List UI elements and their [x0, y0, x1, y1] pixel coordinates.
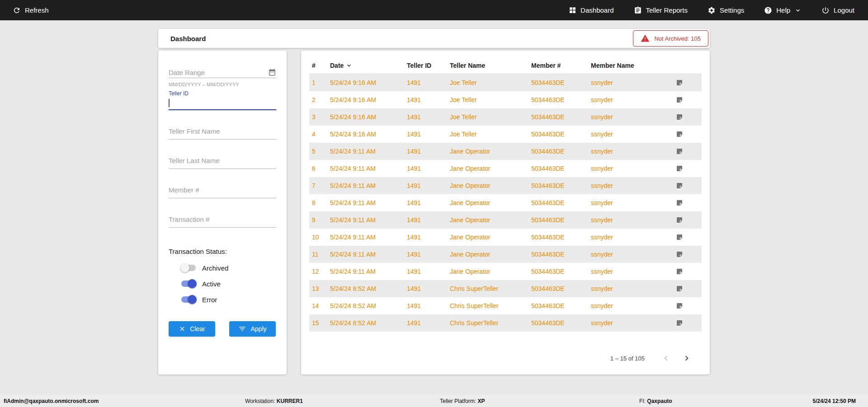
warning-icon — [641, 34, 650, 43]
table-row[interactable]: 115/24/24 9:11 AM1491Jane Operator503446… — [309, 246, 702, 263]
clear-button[interactable]: Clear — [169, 321, 215, 337]
footer-user: fiAdmin@qaxpauto.onmicrosoft.com — [4, 398, 99, 404]
note-button[interactable] — [675, 148, 702, 155]
note-icon — [676, 113, 683, 121]
next-page-button[interactable] — [679, 351, 694, 366]
table-row[interactable]: 55/24/24 9:11 AM1491Jane Operator5034463… — [309, 143, 702, 160]
main-content: Dashboard Not Archived: 105 Date Range M… — [158, 20, 710, 374]
switch-active[interactable] — [180, 279, 197, 288]
toggle-active[interactable]: Active — [180, 278, 276, 289]
note-button[interactable] — [675, 319, 702, 327]
teller-last-name-field[interactable]: Teller Last Name — [169, 155, 276, 169]
cell-row-number: 15 — [312, 319, 330, 327]
table-row[interactable]: 85/24/24 9:11 AM1491Jane Operator5034463… — [309, 194, 702, 211]
teller-id-label: Teller ID — [169, 90, 276, 97]
not-archived-badge[interactable]: Not Archived: 105 — [633, 30, 708, 47]
nav-help[interactable]: Help — [764, 6, 802, 14]
note-button[interactable] — [675, 285, 702, 292]
nav-logout[interactable]: Logout — [821, 6, 854, 14]
table-row[interactable]: 65/24/24 9:11 AM1491Jane Operator5034463… — [309, 160, 702, 177]
nav-help-label: Help — [776, 6, 790, 14]
col-teller-name[interactable]: Teller Name — [450, 62, 531, 69]
teller-first-name-field[interactable]: Teller First Name — [169, 126, 276, 140]
cell-date: 5/24/24 9:11 AM — [330, 234, 407, 241]
table-row[interactable]: 15/24/24 9:16 AM1491Joe Teller5034463DEs… — [309, 74, 702, 91]
top-nav: Refresh Dashboard Teller Reports Setting… — [0, 0, 868, 20]
teller-id-field[interactable]: Teller ID — [169, 90, 276, 110]
note-button[interactable] — [675, 182, 702, 189]
note-button[interactable] — [675, 165, 702, 172]
note-button[interactable] — [675, 79, 702, 86]
note-button[interactable] — [675, 268, 702, 275]
cell-teller-name: Jane Operator — [450, 234, 531, 241]
date-range-field[interactable]: Date Range MM/DD/YYYY – MM/DD/YYYY — [169, 67, 276, 87]
toggle-error[interactable]: Error — [180, 294, 276, 305]
cell-member-name: ssnyder — [591, 268, 675, 275]
cell-member-name: ssnyder — [591, 285, 675, 292]
table-row[interactable]: 45/24/24 9:16 AM1491Joe Teller5034463DEs… — [309, 126, 702, 143]
col-member-name[interactable]: Member Name — [591, 62, 675, 69]
col-member-number[interactable]: Member # — [531, 62, 591, 69]
nav-settings[interactable]: Settings — [708, 6, 744, 14]
cell-row-number: 2 — [312, 96, 330, 103]
page-title: Dashboard — [170, 35, 206, 42]
table-row[interactable]: 125/24/24 9:11 AM1491Jane Operator503446… — [309, 263, 702, 280]
cell-teller-id: 1491 — [407, 319, 450, 327]
cell-row-number: 13 — [312, 285, 330, 292]
apply-button[interactable]: Apply — [229, 321, 276, 337]
table-row[interactable]: 135/24/24 8:52 AM1491Chris SuperTeller50… — [309, 280, 702, 297]
note-button[interactable] — [675, 251, 702, 258]
table-row[interactable]: 95/24/24 9:11 AM1491Jane Operator5034463… — [309, 211, 702, 229]
footer-datetime: 5/24/24 12:50 PM — [813, 398, 856, 404]
table-row[interactable]: 35/24/24 9:16 AM1491Joe Teller5034463DEs… — [309, 108, 702, 126]
toggle-archived[interactable]: Archived — [180, 262, 276, 273]
teller-id-input[interactable] — [169, 97, 276, 109]
note-button[interactable] — [675, 199, 702, 206]
calendar-icon[interactable] — [268, 68, 276, 76]
cell-member-number: 5034463DE — [531, 131, 591, 138]
note-icon — [676, 319, 683, 327]
col-date[interactable]: Date — [330, 62, 407, 69]
transaction-number-underline — [169, 227, 276, 228]
cell-row-number: 4 — [312, 131, 330, 138]
footer-platform: Teller Platform: XP — [440, 398, 485, 404]
cell-member-name: ssnyder — [591, 96, 675, 103]
transaction-number-field[interactable]: Transaction # — [169, 214, 276, 228]
note-icon — [676, 216, 683, 224]
cell-member-name: ssnyder — [591, 131, 675, 138]
nav-dashboard[interactable]: Dashboard — [569, 6, 613, 14]
toggle-label-active: Active — [202, 280, 221, 288]
table-row[interactable]: 105/24/24 9:11 AM1491Jane Operator503446… — [309, 229, 702, 246]
member-number-field[interactable]: Member # — [169, 184, 276, 198]
switch-error[interactable] — [180, 295, 197, 304]
table-row[interactable]: 145/24/24 8:52 AM1491Chris SuperTeller50… — [309, 297, 702, 314]
note-button[interactable] — [675, 302, 702, 309]
cell-member-name: ssnyder — [591, 216, 675, 224]
status-bar: fiAdmin@qaxpauto.onmicrosoft.com Worksta… — [0, 395, 868, 407]
table-row[interactable]: 75/24/24 9:11 AM1491Jane Operator5034463… — [309, 177, 702, 194]
nav-teller-reports[interactable]: Teller Reports — [634, 6, 688, 14]
cell-teller-id: 1491 — [407, 234, 450, 241]
previous-page-button[interactable] — [658, 351, 674, 366]
cell-date: 5/24/24 9:11 AM — [330, 148, 407, 155]
teller-reports-icon — [634, 6, 642, 14]
cell-member-name: ssnyder — [591, 113, 675, 121]
note-icon — [676, 148, 683, 155]
note-button[interactable] — [675, 96, 702, 103]
note-button[interactable] — [675, 234, 702, 241]
note-button[interactable] — [675, 131, 702, 138]
table-row[interactable]: 25/24/24 9:16 AM1491Joe Teller5034463DEs… — [309, 91, 702, 108]
table-row[interactable]: 155/24/24 8:52 AM1491Chris SuperTeller50… — [309, 314, 702, 332]
cell-teller-name: Joe Teller — [450, 131, 531, 138]
switch-archived[interactable] — [180, 263, 197, 272]
note-button[interactable] — [675, 113, 702, 121]
nav-dashboard-label: Dashboard — [580, 6, 613, 14]
pagination: 1 – 15 of 105 — [309, 351, 702, 366]
cell-teller-id: 1491 — [407, 199, 450, 206]
col-teller-id[interactable]: Teller ID — [407, 62, 450, 69]
cell-teller-id: 1491 — [407, 182, 450, 189]
filter-panel: Date Range MM/DD/YYYY – MM/DD/YYYY Telle… — [158, 51, 287, 374]
cell-date: 5/24/24 9:11 AM — [330, 199, 407, 206]
refresh-button[interactable]: Refresh — [13, 6, 49, 14]
note-button[interactable] — [675, 216, 702, 224]
